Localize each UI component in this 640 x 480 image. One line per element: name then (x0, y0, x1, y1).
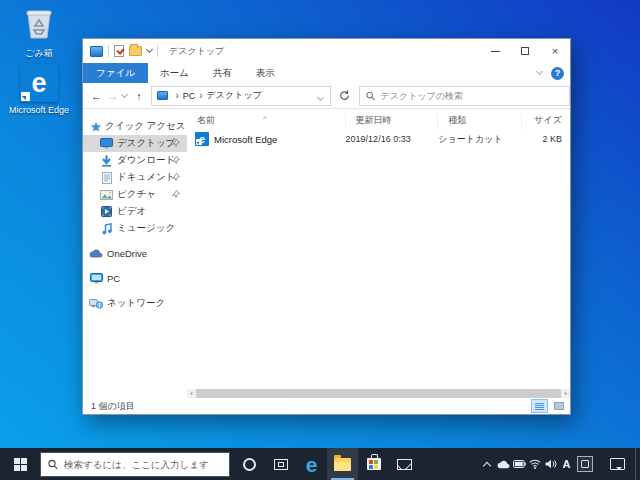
tab-home[interactable]: ホーム (148, 63, 201, 83)
customize-qat-chevron-icon[interactable] (146, 46, 153, 53)
address-bar: ← → ↑ › PC › デスクトップ (83, 83, 570, 109)
sidebar-item-pc[interactable]: PC (83, 270, 187, 287)
window-body: クイック アクセス デスクトップ (83, 109, 570, 389)
search-box[interactable] (359, 86, 570, 106)
horizontal-scrollbar[interactable]: ‹ › (187, 389, 570, 398)
taskbar-explorer-button[interactable] (327, 448, 358, 480)
sort-ascending-icon: ^ (263, 114, 267, 123)
separator (157, 45, 158, 57)
refresh-icon (339, 90, 350, 101)
scroll-right-icon[interactable]: › (561, 389, 570, 398)
system-tray: A (479, 448, 640, 480)
back-button[interactable]: ← (88, 90, 105, 102)
explorer-window-icon (90, 46, 103, 57)
download-arrow-icon (101, 155, 112, 167)
file-name: Microsoft Edge (214, 134, 277, 145)
store-icon (367, 458, 381, 470)
onedrive-tray-icon[interactable] (497, 460, 510, 469)
sidebar-item-network[interactable]: ネットワーク (83, 295, 187, 312)
file-row[interactable]: e Microsoft Edge 2019/12/16 0:33 ショートカット… (187, 130, 570, 148)
quick-access-toolbar: デスクトップ (83, 45, 224, 58)
minimize-icon (491, 51, 500, 52)
scrollbar-thumb[interactable] (196, 389, 561, 398)
column-header-type[interactable]: 種類 (438, 114, 522, 130)
start-button[interactable] (0, 448, 40, 480)
search-icon (48, 459, 58, 470)
minimize-button[interactable] (480, 39, 510, 63)
sidebar-item-downloads[interactable]: ダウンロード (83, 152, 187, 169)
explorer-window: デスクトップ × ファイル ホーム 共有 表示 ? ← → ↑ › (82, 38, 571, 415)
cloud-icon (89, 249, 103, 258)
edge-file-icon: e (195, 132, 209, 146)
taskbar-store-button[interactable] (358, 448, 389, 480)
forward-button[interactable]: → (105, 90, 122, 102)
pin-icon (172, 139, 180, 147)
up-button[interactable]: ↑ (131, 90, 148, 102)
tab-share[interactable]: 共有 (201, 63, 244, 83)
task-view-button[interactable] (265, 448, 296, 480)
title-bar[interactable]: デスクトップ × (83, 39, 570, 63)
refresh-button[interactable] (334, 86, 354, 106)
maximize-icon (521, 47, 529, 55)
ime-icon[interactable] (577, 456, 593, 472)
breadcrumb-desktop[interactable]: デスクトップ (207, 89, 262, 102)
sidebar-item-quick-access[interactable]: クイック アクセス (83, 118, 187, 135)
taskbar-search-box[interactable] (40, 452, 230, 477)
sidebar-item-pictures[interactable]: ピクチャ (83, 186, 187, 203)
file-type: ショートカット (438, 133, 522, 146)
search-input[interactable] (381, 91, 563, 101)
cortana-button[interactable] (234, 448, 265, 480)
sidebar-item-desktop[interactable]: デスクトップ (83, 135, 187, 152)
help-button[interactable]: ? (551, 67, 564, 80)
wifi-icon[interactable] (529, 459, 542, 469)
sidebar-item-videos[interactable]: ビデオ (83, 203, 187, 220)
thumbnail-view-button[interactable] (550, 399, 567, 413)
help-icon: ? (555, 68, 561, 78)
breadcrumb[interactable]: › PC › デスクトップ (151, 86, 331, 106)
battery-icon[interactable] (513, 460, 526, 468)
show-hidden-icons-button[interactable] (481, 460, 494, 469)
properties-icon[interactable] (114, 45, 124, 57)
sidebar-item-music[interactable]: ミュージック (83, 220, 187, 237)
taskbar-edge-button[interactable]: e (296, 448, 327, 480)
cortana-icon (243, 458, 256, 471)
show-desktop-button[interactable] (635, 448, 640, 480)
tab-view[interactable]: 表示 (244, 63, 287, 83)
column-header-name[interactable]: ^ 名前 (187, 114, 346, 130)
close-button[interactable]: × (540, 39, 570, 63)
maximize-button[interactable] (510, 39, 540, 63)
edge-label: Microsoft Edge (9, 105, 69, 115)
breadcrumb-separator-icon: › (175, 90, 178, 101)
action-center-icon[interactable] (610, 458, 625, 470)
desktop-icon-microsoft-edge[interactable]: e Microsoft Edge (6, 64, 72, 115)
details-view-button[interactable] (531, 399, 548, 413)
volume-icon[interactable] (545, 459, 558, 469)
window-title: デスクトップ (169, 45, 224, 58)
desktop-icon-recycle-bin[interactable]: ごみ箱 (12, 8, 66, 60)
pc-icon (90, 273, 103, 284)
taskbar-mail-button[interactable] (389, 448, 420, 480)
search-icon (366, 91, 375, 101)
new-folder-icon[interactable] (129, 46, 142, 56)
breadcrumb-pc[interactable]: PC (183, 91, 196, 101)
music-note-icon (102, 223, 112, 235)
ime-mode-indicator[interactable]: A (559, 458, 574, 470)
column-header-size[interactable]: サイズ (522, 114, 570, 130)
item-count: 1 個の項目 (91, 400, 135, 413)
thumbnail-view-icon (554, 402, 564, 410)
folder-icon (334, 458, 351, 471)
monitor-icon (100, 138, 113, 149)
tab-file[interactable]: ファイル (83, 63, 148, 83)
file-size: 2 KB (522, 134, 570, 144)
recycle-bin-label: ごみ箱 (25, 47, 52, 60)
recent-locations-chevron-icon[interactable] (121, 91, 128, 98)
expand-ribbon-chevron-icon[interactable] (536, 68, 543, 75)
address-dropdown-chevron-icon[interactable] (317, 93, 324, 100)
column-header-modified[interactable]: 更新日時 (346, 114, 439, 130)
scroll-left-icon[interactable]: ‹ (187, 389, 196, 398)
sidebar-item-documents[interactable]: ドキュメント (83, 169, 187, 186)
file-list: ^ 名前 更新日時 種類 サイズ e Microsoft Edge (187, 109, 570, 389)
taskbar-search-input[interactable] (64, 459, 222, 470)
sidebar-item-onedrive[interactable]: OneDrive (83, 245, 187, 262)
windows-logo-icon (14, 458, 27, 471)
